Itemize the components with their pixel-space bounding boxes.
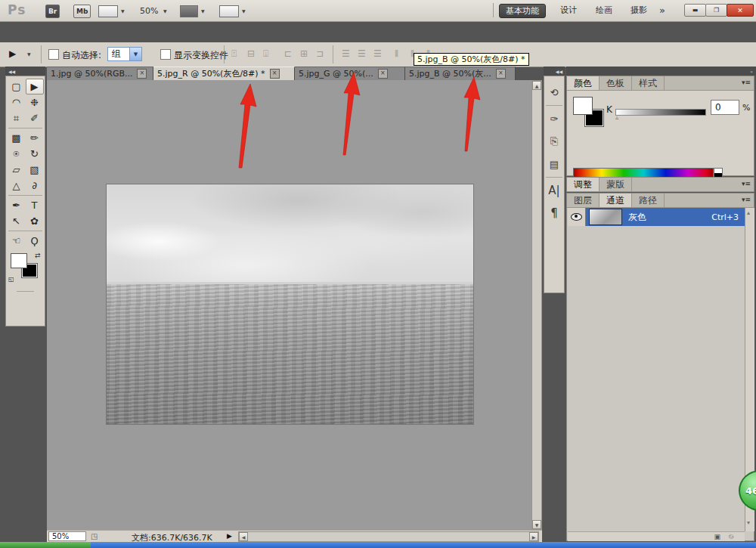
status-zoom-input[interactable]: 50% [48,531,86,541]
trash-icon[interactable]: ♲ [728,533,734,540]
channel-row-gray[interactable]: 灰色 Ctrl+3 [568,208,745,226]
scroll-up-icon[interactable]: ▴ [747,209,750,216]
rectangular-marquee-tool[interactable]: ▢ [8,79,26,94]
document-tab-3[interactable]: 5.jpg_G @ 50%(... × [295,67,405,80]
tab-channels[interactable]: 通道 [600,194,632,207]
document-image-sea[interactable] [106,184,474,425]
align-top-icon[interactable]: ⍐ [231,48,237,59]
smudge-tool[interactable]: ∂ [26,178,44,194]
new-item-icon[interactable]: ▣ [714,533,720,540]
tab-layers[interactable]: 图层 [567,194,600,207]
foreground-color-swatch[interactable] [11,253,27,268]
document-tab-2-active[interactable]: 5.jpg_R @ 50%(灰色/8#) * × [153,67,295,80]
scroll-down-icon[interactable]: ▼ [532,520,541,529]
blur-tool[interactable]: △ [8,178,26,194]
hand-tool[interactable]: ☜ [8,233,26,249]
workspace-paint-button[interactable]: 绘画 [590,4,618,17]
minimize-button[interactable]: ▬ [684,4,706,17]
document-tab-4[interactable]: 5.jpg_B @ 50%(灰... × [405,67,516,80]
align-hcenter-icon[interactable]: ⊞ [300,48,308,59]
chevron-down-icon[interactable]: ▼ [201,8,205,14]
toolbar-collapse[interactable]: ◀◀ [5,67,45,76]
custom-shape-tool[interactable]: ✿ [26,213,44,229]
distribute-bottom-icon[interactable]: ☰ [373,48,382,59]
close-tab-icon[interactable]: × [137,69,147,79]
tab-styles[interactable]: 样式 [632,76,665,90]
tab-swatches[interactable]: 色板 [600,76,632,90]
k-slider[interactable] [615,109,706,116]
workspace-design-button[interactable]: 设计 [554,4,583,17]
show-transform-checkbox[interactable] [160,49,171,60]
path-selection-tool[interactable]: ↖ [8,213,26,229]
paragraph-panel-icon[interactable]: ¶ [544,202,564,224]
auto-select-checkbox[interactable] [48,49,59,60]
k-value-input[interactable]: 0 [711,100,739,115]
chevron-down-icon[interactable]: ▼ [121,8,125,14]
tab-adjustments[interactable]: 调整 [567,178,600,191]
close-tab-icon[interactable]: × [270,69,280,79]
lasso-tool[interactable]: ◠ [8,94,26,110]
taskbar-button[interactable] [0,542,91,548]
screen-mode-icon[interactable] [219,5,239,17]
brush-tool[interactable]: ✏ [26,130,44,146]
channel-thumbnail[interactable] [589,209,622,225]
chevron-down-icon[interactable]: ▼ [242,8,246,14]
character-panel-icon[interactable]: A| [544,179,564,202]
distribute-vcenter-icon[interactable]: ☰ [358,48,366,59]
type-tool[interactable]: T [26,197,44,213]
zoom-level-value[interactable]: 50% [140,6,158,16]
chevron-down-icon[interactable]: ▼ [163,8,167,14]
workspace-photo-button[interactable]: 摄影 [624,4,653,17]
tab-masks[interactable]: 蒙版 [600,178,632,191]
eraser-tool[interactable]: ▱ [8,162,26,178]
horizontal-scrollbar[interactable]: ◀ ▶ [238,531,539,542]
close-tab-icon[interactable]: × [496,69,506,79]
visibility-toggle[interactable] [568,208,586,226]
tab-paths[interactable]: 路径 [632,194,665,207]
panel-dock-expand[interactable]: » [566,67,756,76]
default-colors-icon[interactable]: ◱ [8,276,14,283]
scroll-left-icon[interactable]: ◀ [239,532,248,541]
panel-menu-icon[interactable]: ▾≡ [742,180,751,187]
k-slider-marker[interactable]: ▵ [615,114,618,121]
zoom-tool[interactable]: Ϙ [26,233,44,249]
panel-menu-icon[interactable]: ▾≡ [742,196,751,203]
brush-panel-icon[interactable]: ✑ [544,107,564,130]
duplicate-icon[interactable]: ◳ [91,532,98,540]
restore-button[interactable]: ❐ [705,4,727,17]
distribute-left-icon[interactable]: ⫴ [395,48,398,59]
arrange-documents-icon[interactable] [180,5,198,17]
close-button[interactable]: ✕ [727,4,754,17]
dock-collapse[interactable]: ◀◀ [544,67,565,76]
panel-menu-icon[interactable]: ▾≡ [742,79,751,86]
distribute-top-icon[interactable]: ☰ [342,48,350,59]
swap-colors-icon[interactable]: ⇄ [35,252,41,259]
pen-tool[interactable]: ✒ [8,197,26,213]
scroll-down-icon[interactable]: ▾ [747,519,750,526]
workspace-overflow-icon[interactable]: » [659,5,665,16]
mini-bridge-button[interactable]: Mb [73,5,91,18]
chevron-down-icon[interactable]: ▼ [27,51,31,57]
move-tool[interactable]: ▶ [26,79,44,94]
status-expand-icon[interactable]: ▶ [227,532,232,540]
clone-source-panel-icon[interactable]: ⎘ [544,130,564,153]
align-left-icon[interactable]: ⊏ [284,48,292,59]
scroll-up-icon[interactable]: ▲ [532,81,541,90]
tab-color[interactable]: 颜色 [567,76,600,90]
history-panel-icon[interactable]: ⟲ [544,81,564,104]
workspace-basic-button[interactable]: 基本功能 [499,4,546,18]
chevron-down-icon[interactable]: ▼ [129,48,141,60]
close-tab-icon[interactable]: × [378,69,388,79]
eyedropper-tool[interactable]: ✐ [26,110,44,126]
clone-stamp-tool[interactable]: ⍟ [8,146,26,162]
align-vcenter-icon[interactable]: ⊟ [247,48,255,59]
foreground-color-swatch[interactable] [573,97,593,115]
actions-panel-icon[interactable]: ▤ [544,153,564,175]
vertical-scrollbar[interactable]: ▲ ▼ [531,80,542,530]
auto-select-dropdown[interactable]: 组 ▼ [107,47,142,61]
align-bottom-icon[interactable]: ⍗ [263,48,268,59]
healing-brush-tool[interactable]: ▩ [8,130,26,146]
document-tab-1[interactable]: 1.jpg @ 50%(RGB... × [47,67,153,80]
history-brush-tool[interactable]: ↻ [26,146,44,162]
align-right-icon[interactable]: ⊐ [316,48,324,59]
